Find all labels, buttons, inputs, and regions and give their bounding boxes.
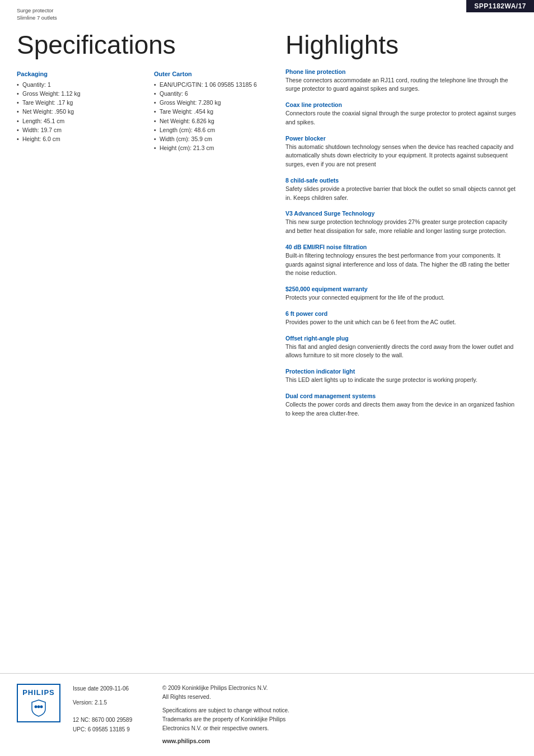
outer-carton-list: EAN/UPC/GTIN: 1 06 09585 13185 6Quantity… bbox=[154, 80, 274, 153]
highlight-item: Offset right-angle plugThis flat and ang… bbox=[285, 335, 517, 361]
svg-point-2 bbox=[40, 706, 43, 708]
nc-label: 12 NC: bbox=[73, 717, 90, 723]
version-row: Version: 2.1.5 bbox=[73, 698, 151, 707]
list-item: Gross Weight: 1.12 kg bbox=[17, 89, 137, 98]
highlight-item-title: Protection indicator light bbox=[285, 368, 517, 375]
upc-label: UPC: bbox=[73, 726, 86, 732]
version-label: Version: bbox=[73, 699, 93, 706]
highlight-item: 6 ft power cordProvides power to the uni… bbox=[285, 310, 517, 327]
list-item: Length (cm): 48.6 cm bbox=[154, 125, 274, 134]
highlight-item-title: 8 child-safe outlets bbox=[285, 177, 517, 184]
upc-value: 6 09585 13185 9 bbox=[88, 726, 130, 732]
specifications-panel: Specifications Packaging Quantity: 1Gros… bbox=[17, 31, 274, 426]
list-item: EAN/UPC/GTIN: 1 06 09585 13185 6 bbox=[154, 80, 274, 89]
highlight-item-title: Offset right-angle plug bbox=[285, 335, 517, 342]
legal-text: Specifications are subject to change wit… bbox=[162, 706, 517, 733]
copyright-text: © 2009 Koninklijke Philips Electronics N… bbox=[162, 684, 517, 702]
list-item: Height (cm): 21.3 cm bbox=[154, 143, 274, 152]
footer: PHILIPS Issue date 2009-11-06 Version: 2… bbox=[0, 673, 534, 756]
svg-point-1 bbox=[38, 706, 40, 708]
list-item: Tare Weight: .454 kg bbox=[154, 107, 274, 116]
highlight-item: $250,000 equipment warrantyProtects your… bbox=[285, 286, 517, 302]
list-item: Width: 19.7 cm bbox=[17, 125, 137, 134]
list-item: Height: 6.0 cm bbox=[17, 134, 137, 143]
product-category: Surge protector bbox=[17, 7, 57, 14]
highlight-item-text: Provides power to the unit which can be … bbox=[285, 318, 517, 327]
highlight-item-title: Power blocker bbox=[285, 135, 517, 142]
highlight-item: V3 Advanced Surge TechnologyThis new sur… bbox=[285, 210, 517, 236]
highlight-item-title: 40 dB EMI/RFI noise filtration bbox=[285, 244, 517, 250]
highlight-item-title: Coax line protection bbox=[285, 101, 517, 108]
outer-carton-column: Outer Carton EAN/UPC/GTIN: 1 06 09585 13… bbox=[154, 71, 274, 153]
highlight-item-text: This new surge protection technology pro… bbox=[285, 218, 517, 236]
highlight-item: Dual cord management systemsCollects the… bbox=[285, 393, 517, 418]
svg-point-0 bbox=[35, 706, 38, 708]
highlight-item-text: Collects the power cords and directs the… bbox=[285, 400, 517, 418]
spec-columns: Packaging Quantity: 1Gross Weight: 1.12 … bbox=[17, 71, 274, 153]
highlight-item-text: Protects your connected equipment for th… bbox=[285, 293, 517, 302]
list-item: Net Weight: .950 kg bbox=[17, 107, 137, 116]
highlight-item-title: Phone line protection bbox=[285, 68, 517, 75]
list-item: Tare Weight: .17 kg bbox=[17, 98, 137, 107]
list-item: Quantity: 1 bbox=[17, 80, 137, 89]
list-item: Quantity: 6 bbox=[154, 89, 274, 98]
highlight-item-text: These connectors accommodate an RJ11 cor… bbox=[285, 76, 517, 94]
nc-row: 12 NC: 8670 000 29589 bbox=[73, 715, 151, 725]
outer-carton-title: Outer Carton bbox=[154, 71, 274, 77]
footer-details: Issue date 2009-11-06 Version: 2.1.5 12 … bbox=[73, 684, 151, 734]
main-layout: Specifications Packaging Quantity: 1Gros… bbox=[0, 31, 534, 426]
highlight-item-title: 6 ft power cord bbox=[285, 310, 517, 317]
highlight-item-text: Connectors route the coaxial signal thro… bbox=[285, 109, 517, 127]
highlight-item-title: V3 Advanced Surge Technology bbox=[285, 210, 517, 217]
highlight-item: Phone line protectionThese connectors ac… bbox=[285, 68, 517, 94]
packaging-column: Packaging Quantity: 1Gross Weight: 1.12 … bbox=[17, 71, 137, 153]
highlights-list: Phone line protectionThese connectors ac… bbox=[285, 68, 517, 418]
packaging-title: Packaging bbox=[17, 71, 137, 77]
highlights-title: Highlights bbox=[285, 31, 517, 59]
upc-row: UPC: 6 09585 13185 9 bbox=[73, 725, 151, 734]
highlight-item: Coax line protectionConnectors route the… bbox=[285, 101, 517, 127]
highlight-item-text: Built-in filtering technology ensures th… bbox=[285, 251, 517, 278]
issue-date-row: Issue date 2009-11-06 bbox=[73, 684, 151, 693]
model-header: SPP1182WA/17 bbox=[466, 0, 534, 12]
philips-logo: PHILIPS bbox=[17, 684, 62, 722]
specs-title: Specifications bbox=[17, 31, 274, 59]
list-item: Length: 45.1 cm bbox=[17, 116, 137, 125]
philips-shield-icon bbox=[31, 699, 46, 717]
version-value: 2.1.5 bbox=[95, 699, 107, 706]
highlights-panel: Highlights Phone line protectionThese co… bbox=[285, 31, 517, 426]
philips-logo-text: PHILIPS bbox=[22, 688, 55, 697]
nc-value: 8670 000 29589 bbox=[92, 717, 132, 723]
highlight-item-text: This automatic shutdown technology sense… bbox=[285, 143, 517, 169]
highlight-item: Power blockerThis automatic shutdown tec… bbox=[285, 135, 517, 169]
list-item: Net Weight: 6.826 kg bbox=[154, 116, 274, 125]
product-subtitle: Slimline 7 outlets bbox=[17, 14, 57, 21]
highlight-item: 8 child-safe outletsSafety slides provid… bbox=[285, 177, 517, 203]
list-item: Width (cm): 35.9 cm bbox=[154, 134, 274, 143]
highlight-item-text: This LED alert lights up to indicate the… bbox=[285, 376, 517, 385]
website-link[interactable]: www.philips.com bbox=[162, 736, 517, 746]
packaging-list: Quantity: 1Gross Weight: 1.12 kgTare Wei… bbox=[17, 80, 137, 144]
highlight-item: Protection indicator lightThis LED alert… bbox=[285, 368, 517, 385]
highlight-item-title: $250,000 equipment warranty bbox=[285, 286, 517, 292]
issue-date-value: 2009-11-06 bbox=[100, 685, 129, 692]
highlight-item-text: This flat and angled design conveniently… bbox=[285, 343, 517, 361]
issue-date-label: Issue date bbox=[73, 685, 100, 692]
highlight-item-title: Dual cord management systems bbox=[285, 393, 517, 399]
highlight-item: 40 dB EMI/RFI noise filtrationBuilt-in f… bbox=[285, 244, 517, 278]
list-item: Gross Weight: 7.280 kg bbox=[154, 98, 274, 107]
product-info: Surge protector Slimline 7 outlets bbox=[17, 7, 57, 22]
highlight-item-text: Safety slides provide a protective barri… bbox=[285, 185, 517, 203]
footer-legal: © 2009 Koninklijke Philips Electronics N… bbox=[162, 684, 517, 746]
